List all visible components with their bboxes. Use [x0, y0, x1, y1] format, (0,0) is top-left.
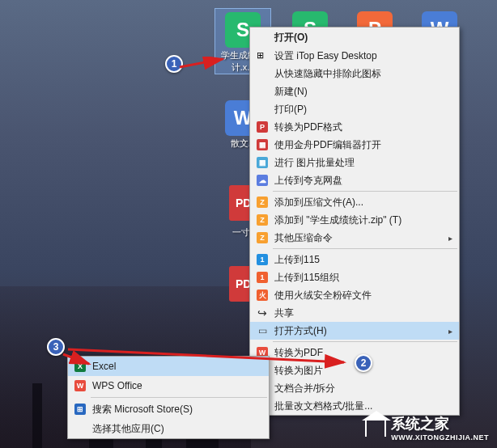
menu-doc-merge[interactable]: W 文档合并/拆分: [250, 379, 459, 397]
submenu-other-apps[interactable]: 选择其他应用(C): [68, 419, 269, 438]
menu-upload-115-org[interactable]: 1 上传到115组织: [250, 268, 459, 286]
blank-icon: [253, 30, 271, 44]
cloud115-icon: 1: [253, 252, 271, 267]
zip-icon: Z: [253, 230, 271, 245]
zip-icon: Z: [253, 195, 271, 209]
image-icon: ▦: [253, 155, 271, 170]
watermark-site: 系统之家: [391, 414, 489, 433]
share-icon: ↪: [253, 306, 271, 320]
menu-upload-115[interactable]: 1 上传到115: [250, 251, 459, 268]
menu-exclude[interactable]: 从快速隐藏中排除此图标: [250, 65, 459, 82]
menu-new[interactable]: 新建(N): [250, 82, 459, 100]
menu-other-compress[interactable]: Z 其他压缩命令 ▸: [250, 229, 459, 247]
chevron-right-icon: ▸: [448, 327, 452, 336]
submenu-wps[interactable]: W WPS Office: [68, 376, 269, 395]
menu-batch-image[interactable]: ▦ 进行 图片批量处理: [250, 154, 459, 171]
house-icon: [365, 419, 386, 437]
menu-open-with[interactable]: ▭ 打开方式(H) ▸: [250, 322, 459, 340]
blank-icon: [253, 102, 271, 116]
blank-icon: [71, 421, 89, 436]
submenu-ms-store[interactable]: ⊞ 搜索 Microsoft Store(S): [68, 399, 269, 419]
menu-share[interactable]: ↪ 共享: [250, 304, 459, 322]
wps-office-icon: W: [71, 378, 89, 393]
menu-compress-add[interactable]: Z 添加到压缩文件(A)...: [250, 193, 459, 211]
context-menu: 打开(O) ⊞ 设置 iTop Easy Desktop 从快速隐藏中排除此图标…: [249, 27, 460, 416]
watermark-url: WWW.XITONGZHIJIA.NET: [391, 433, 489, 442]
menu-itop-settings[interactable]: ⊞ 设置 iTop Easy Desktop: [250, 47, 459, 65]
annotation-badge-3: 3: [47, 338, 65, 356]
blank-icon: [253, 84, 271, 99]
menu-compress-to[interactable]: Z 添加到 "学生成绩统计.zip" (T): [250, 211, 459, 229]
annotation-badge-1: 1: [165, 55, 183, 73]
pdf-editor-icon: ▦: [253, 137, 271, 152]
settings-icon: ⊞: [253, 49, 271, 63]
menu-open[interactable]: 打开(O): [250, 27, 459, 47]
chevron-right-icon: ▸: [448, 234, 452, 243]
annotation-badge-2: 2: [355, 354, 372, 372]
blank-icon: [253, 66, 271, 81]
menu-separator: [91, 397, 267, 398]
huorong-icon: 火: [253, 288, 271, 302]
excel-icon: X: [71, 359, 89, 374]
menu-doc-batch[interactable]: W 批量改文档格式/批量...: [250, 397, 459, 415]
menu-jinzhou-pdf[interactable]: ▦ 使用金舟PDF编辑器打开: [250, 136, 459, 154]
menu-print[interactable]: 打印(P): [250, 100, 459, 118]
cloud115-icon: 1: [253, 270, 271, 285]
zip-icon: Z: [253, 213, 271, 227]
menu-separator: [273, 341, 457, 342]
open-with-icon: ▭: [253, 323, 271, 338]
menu-convert-pdf[interactable]: P 转换为PDF格式: [250, 118, 459, 136]
menu-separator: [273, 191, 457, 192]
menu-huorong-shred[interactable]: 火 使用火绒安全粉碎文件: [250, 286, 459, 304]
menu-separator: [273, 248, 457, 249]
menu-quark-upload[interactable]: ☁ 上传到夸克网盘: [250, 171, 459, 189]
ms-store-icon: ⊞: [71, 402, 89, 416]
open-with-submenu: X Excel W WPS Office ⊞ 搜索 Microsoft Stor…: [67, 356, 270, 439]
submenu-excel[interactable]: X Excel: [68, 357, 269, 376]
pdf-icon: P: [253, 120, 271, 134]
quark-icon: ☁: [253, 173, 271, 188]
watermark: 系统之家 WWW.XITONGZHIJIA.NET: [365, 414, 489, 442]
